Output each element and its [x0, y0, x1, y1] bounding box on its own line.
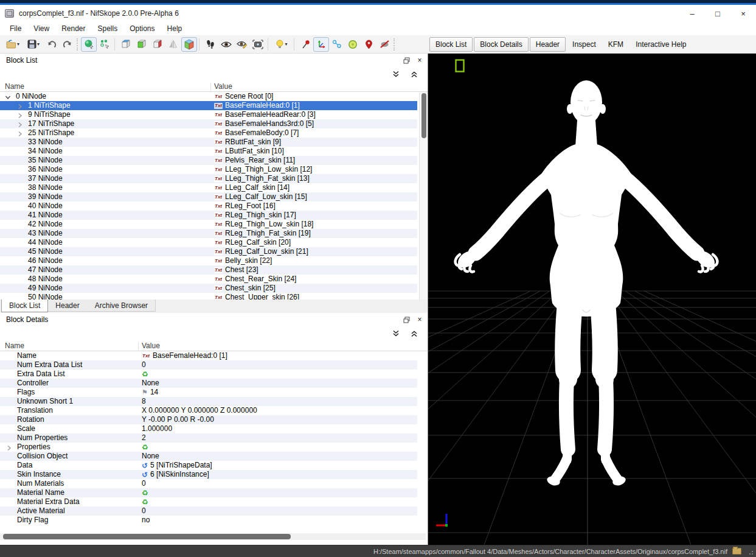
- toggle-inspect-button[interactable]: Inspect: [567, 38, 602, 51]
- table-row[interactable]: 50 NiNodeTxtChest_Upper_skin [26]: [0, 293, 417, 300]
- menu-view[interactable]: View: [27, 23, 55, 34]
- block-details-horizontal-scrollbar[interactable]: [0, 533, 426, 540]
- table-row[interactable]: 42 NiNodeTxtRLeg_Thigh_Low_skin [18]: [0, 220, 417, 229]
- draw-nodes-button[interactable]: [297, 37, 313, 52]
- column-header-value[interactable]: Value: [142, 342, 160, 350]
- render-viewport[interactable]: [428, 54, 756, 545]
- menu-help[interactable]: Help: [161, 23, 189, 34]
- table-row[interactable]: RotationY -0.00 P 0.00 R -0.00: [0, 415, 417, 424]
- table-row[interactable]: 44 NiNodeTxtRLeg_Calf_skin [20]: [0, 238, 417, 247]
- table-row[interactable]: NameTxtBaseFemaleHead:0 [1]: [0, 351, 417, 360]
- scrollbar-thumb[interactable]: [3, 534, 291, 539]
- table-row[interactable]: Data↺5 [NiTriShapeData]: [0, 461, 417, 470]
- collapse-all-icon[interactable]: [409, 69, 419, 79]
- expander-closed-icon[interactable]: [17, 121, 23, 127]
- view-front-button[interactable]: [134, 37, 150, 52]
- table-row[interactable]: 17 NiTriShapeTxtBaseFemaleHands3rd:0 [5]: [0, 119, 417, 128]
- undo-button[interactable]: [44, 37, 60, 52]
- menu-options[interactable]: Options: [123, 23, 161, 34]
- table-row[interactable]: 40 NiNodeTxtRLeg_Foot [16]: [0, 201, 417, 211]
- select-vertex-button[interactable]: [97, 37, 113, 52]
- float-panel-icon[interactable]: [402, 315, 411, 324]
- table-row[interactable]: Collision ObjectNone: [0, 452, 417, 461]
- expander-open-icon[interactable]: [5, 94, 11, 100]
- close-button[interactable]: ×: [730, 5, 756, 22]
- table-row[interactable]: 25 NiTriShapeTxtBaseFemaleBody:0 [7]: [0, 128, 417, 138]
- toggle-interactive-help-button[interactable]: Interactive Help: [630, 38, 692, 51]
- toggle-header-button[interactable]: Header: [530, 37, 566, 52]
- toggle-block-list-button[interactable]: Block List: [429, 37, 473, 52]
- block-list-vertical-scrollbar[interactable]: [419, 92, 428, 300]
- table-row[interactable]: TranslationX 0.000000 Y 0.000000 Z 0.000…: [0, 406, 417, 415]
- table-row[interactable]: 37 NiNodeTxtLLeg_Thigh_Fat_skin [13]: [0, 174, 417, 183]
- view-top-button[interactable]: [118, 37, 134, 52]
- dock-tab-header[interactable]: Header: [47, 300, 87, 312]
- table-row[interactable]: 36 NiNodeTxtLLeg_Thigh_Low_skin [12]: [0, 165, 417, 174]
- redo-button[interactable]: [60, 37, 75, 52]
- table-row[interactable]: Skin Instance↺6 [NiSkinInstance]: [0, 470, 417, 479]
- expander-closed-icon[interactable]: [17, 130, 23, 136]
- table-row[interactable]: 43 NiNodeTxtRLeg_Thigh_Fat_skin [19]: [0, 229, 417, 238]
- table-row[interactable]: Active Material0: [0, 506, 417, 516]
- table-row[interactable]: Scale1.000000: [0, 424, 417, 433]
- scrollbar-thumb[interactable]: [421, 93, 426, 138]
- expand-all-icon[interactable]: [391, 69, 401, 79]
- draw-markers-button[interactable]: [361, 37, 376, 52]
- table-row[interactable]: Num Properties2: [0, 433, 417, 443]
- table-row[interactable]: 48 NiNodeTxtChest_Rear_Skin [24]: [0, 275, 417, 284]
- table-row[interactable]: 47 NiNodeTxtChest [23]: [0, 265, 417, 275]
- table-row[interactable]: ControllerNone: [0, 379, 417, 388]
- table-row[interactable]: Extra Data List♻: [0, 370, 417, 379]
- hide-non-textured-button[interactable]: [376, 37, 392, 52]
- table-row[interactable]: 0 NiNodeTxtScene Root [0]: [0, 92, 417, 101]
- table-row[interactable]: 39 NiNodeTxtLLeg_Calf_Low_skin [15]: [0, 192, 417, 201]
- draw-furniture-button[interactable]: [345, 37, 361, 52]
- toggle-block-details-button[interactable]: Block Details: [474, 37, 528, 52]
- flip-view-button[interactable]: [165, 37, 181, 52]
- table-row[interactable]: Properties♻: [0, 443, 417, 452]
- column-header-value[interactable]: Value: [214, 82, 232, 91]
- column-header-name[interactable]: Name: [5, 82, 24, 91]
- lighting-button[interactable]: ▾: [271, 37, 292, 52]
- select-object-button[interactable]: [81, 37, 97, 52]
- resize-grip[interactable]: [746, 548, 754, 555]
- table-row[interactable]: Num Materials0: [0, 479, 417, 488]
- menu-render[interactable]: Render: [55, 23, 91, 34]
- collapse-all-icon[interactable]: [409, 329, 419, 338]
- save-file-button[interactable]: ▾: [23, 37, 44, 52]
- expander-closed-icon[interactable]: [17, 112, 23, 118]
- table-row[interactable]: 1 NiTriShapeTxtBaseFemaleHead:0 [1]: [0, 101, 417, 110]
- close-panel-icon[interactable]: ×: [415, 315, 424, 324]
- dock-tab-block-list[interactable]: Block List: [1, 300, 48, 312]
- walk-mode-button[interactable]: [203, 37, 218, 52]
- table-row[interactable]: Dirty Flagno: [0, 516, 417, 525]
- show-hidden-eye-button[interactable]: [218, 37, 234, 52]
- view-side-button[interactable]: [150, 37, 165, 52]
- table-row[interactable]: 9 NiTriShapeTxtBaseFemaleHeadRear:0 [3]: [0, 110, 417, 119]
- table-row[interactable]: 45 NiNodeTxtRLeg_Calf_Low_skin [21]: [0, 247, 417, 256]
- table-row[interactable]: 35 NiNodeTxtPelvis_Rear_skin [11]: [0, 156, 417, 165]
- close-panel-icon[interactable]: ×: [415, 56, 424, 65]
- maximize-button[interactable]: □: [705, 5, 730, 22]
- table-row[interactable]: 49 NiNodeTxtChest_skin [25]: [0, 284, 417, 293]
- perspective-view-button[interactable]: [181, 37, 197, 52]
- table-row[interactable]: Material Extra Data♻: [0, 497, 417, 506]
- column-header-name[interactable]: Name: [5, 342, 24, 350]
- float-panel-icon[interactable]: [402, 56, 411, 65]
- expander-closed-icon[interactable]: [6, 444, 12, 450]
- screenshot-button[interactable]: [250, 37, 266, 52]
- dock-tab-archive-browser[interactable]: Archive Browser: [87, 300, 156, 312]
- table-row[interactable]: 38 NiNodeTxtLLeg_Calf_skin [14]: [0, 183, 417, 192]
- draw-axes-button[interactable]: [313, 37, 329, 52]
- table-row[interactable]: Material Name♻: [0, 488, 417, 497]
- table-row[interactable]: 46 NiNodeTxtBelly_skin [22]: [0, 256, 417, 265]
- menu-file[interactable]: File: [4, 23, 27, 34]
- minimize-button[interactable]: –: [679, 5, 705, 22]
- draw-constraints-button[interactable]: [329, 37, 345, 52]
- table-row[interactable]: Flags⚑14: [0, 388, 417, 397]
- table-row[interactable]: 34 NiNodeTxtLButtFat_skin [10]: [0, 147, 417, 156]
- expander-closed-icon[interactable]: [17, 103, 23, 109]
- menu-spells[interactable]: Spells: [92, 23, 124, 34]
- toggle-kfm-button[interactable]: KFM: [603, 38, 629, 51]
- open-file-button[interactable]: ▾: [2, 37, 23, 52]
